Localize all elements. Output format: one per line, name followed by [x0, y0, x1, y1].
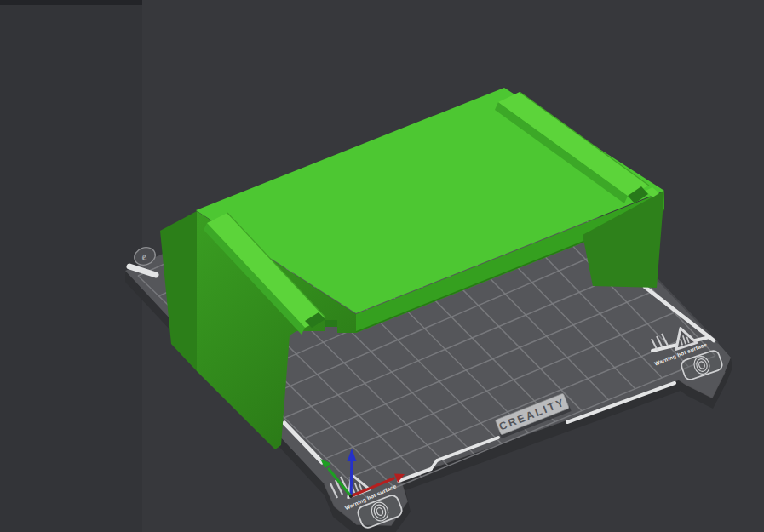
viewport-3d-canvas[interactable]: e CREALITY Warning hot surf — [0, 0, 764, 532]
axis-origin — [349, 495, 353, 498]
viewport-background-left-column — [0, 0, 142, 532]
axis-z — [351, 460, 352, 496]
top-toolbar-edge — [0, 0, 142, 5]
model-left-rail-notch — [325, 320, 337, 327]
